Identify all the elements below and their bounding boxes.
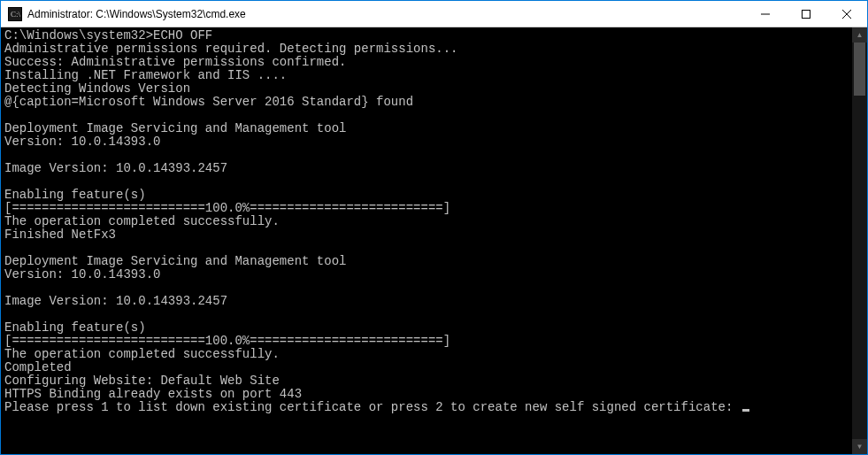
terminal-line: Configuring Website: Default Web Site [4, 374, 849, 388]
terminal-line: The operation completed successfully. [4, 215, 849, 228]
terminal-area[interactable]: C:\Windows\system32>ECHO OFFAdministrati… [1, 27, 867, 454]
terminal-line: Deployment Image Servicing and Managemen… [4, 122, 849, 135]
terminal-line: The operation completed successfully. [4, 348, 849, 361]
terminal-line: [==========================100.0%=======… [4, 202, 849, 215]
terminal-line: Version: 10.0.14393.0 [4, 268, 849, 281]
terminal-line: Version: 10.0.14393.0 [4, 135, 849, 149]
scrollbar-up-button[interactable]: ▲ [852, 27, 867, 42]
terminal-line: Please press 1 to list down existing cer… [4, 401, 849, 414]
terminal-line: Deployment Image Servicing and Managemen… [4, 255, 849, 268]
chevron-down-icon: ▼ [856, 443, 864, 451]
terminal-line: Finished NetFx3 [4, 228, 849, 242]
close-button[interactable] [826, 1, 867, 27]
terminal-line: Enabling feature(s) [4, 189, 849, 202]
titlebar[interactable]: C:\ Administrator: C:\Windows\System32\c… [1, 1, 867, 27]
window-title: Administrator: C:\Windows\System32\cmd.e… [27, 1, 745, 27]
terminal-line: Completed [4, 361, 849, 374]
terminal-line: [==========================100.0%=======… [4, 335, 849, 348]
terminal-line [4, 109, 849, 122]
terminal-line: Success: Administrative permissions conf… [4, 56, 849, 69]
terminal-line [4, 149, 849, 162]
minimize-button[interactable] [745, 1, 786, 27]
scrollbar-thumb[interactable] [854, 42, 865, 96]
terminal-line: Administrative permissions required. Det… [4, 42, 849, 56]
terminal-line: Image Version: 10.0.14393.2457 [4, 162, 849, 175]
svg-rect-4 [803, 10, 810, 18]
terminal-line: HTTPS Binding already exists on port 443 [4, 388, 849, 401]
terminal-line: @{caption=Microsoft Windows Server 2016 … [4, 96, 849, 109]
terminal-line: C:\Windows\system32>ECHO OFF [4, 29, 849, 42]
terminal-cursor [742, 409, 749, 412]
terminal-line [4, 175, 849, 189]
scrollbar-track[interactable] [852, 42, 867, 439]
terminal-line: Detecting Windows Version [4, 82, 849, 96]
terminal-line: Installing .NET Framework and IIS .... [4, 69, 849, 82]
terminal-line: Enabling feature(s) [4, 321, 849, 335]
terminal-output: C:\Windows\system32>ECHO OFFAdministrati… [1, 27, 852, 454]
terminal-line [4, 242, 849, 255]
terminal-line [4, 308, 849, 321]
svg-text:C:\: C:\ [11, 10, 21, 19]
cmd-icon: C:\ [8, 7, 22, 21]
scrollbar-down-button[interactable]: ▼ [852, 439, 867, 454]
maximize-button[interactable] [786, 1, 826, 27]
chevron-up-icon: ▲ [856, 31, 864, 39]
terminal-line: Image Version: 10.0.14393.2457 [4, 295, 849, 308]
terminal-line [4, 281, 849, 295]
scrollbar[interactable]: ▲ ▼ [852, 27, 867, 454]
window-controls [745, 1, 867, 27]
